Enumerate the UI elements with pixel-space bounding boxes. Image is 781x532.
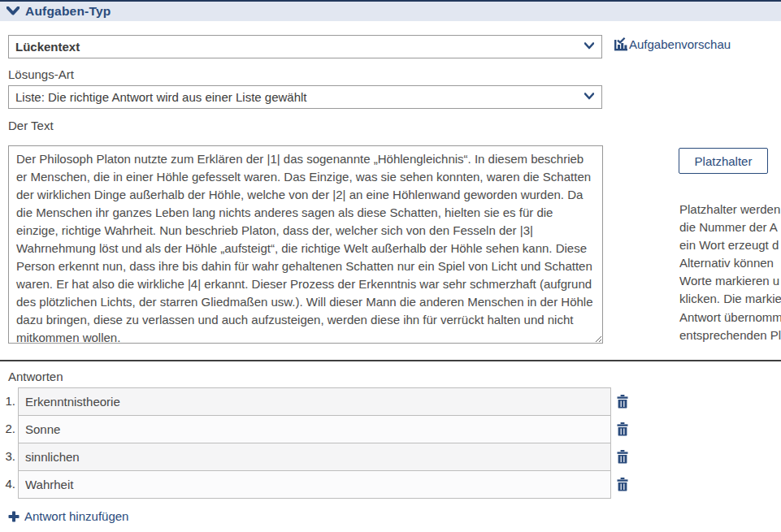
answer-input-4[interactable] xyxy=(18,470,611,499)
placeholder-description-line: entsprechenden Pl xyxy=(679,327,781,344)
add-answer-label: Antwort hinzufügen xyxy=(24,509,128,523)
solution-type-label: Lösungs-Art xyxy=(8,67,74,81)
placeholder-description-line: Worte markieren u xyxy=(679,272,781,290)
section-title: Aufgaben-Typ xyxy=(25,4,111,19)
answer-number: 2. xyxy=(0,422,15,435)
answer-input-1[interactable] xyxy=(18,387,611,416)
chart-check-icon xyxy=(614,37,628,51)
placeholder-description-line: die Nummer der A xyxy=(679,218,781,236)
task-type-panel: Aufgaben-Typ Lückentext Aufgabenvorschau… xyxy=(0,0,781,532)
text-section-label: Der Text xyxy=(8,119,54,132)
answer-number: 4. xyxy=(0,477,15,491)
section-header[interactable]: Aufgaben-Typ xyxy=(0,0,781,21)
placeholder-description-line: Alternativ können xyxy=(679,254,781,272)
answer-input-2[interactable] xyxy=(18,415,611,443)
placeholder-description-line: ein Wort erzeugt d xyxy=(679,236,781,254)
add-answer-link[interactable]: Antwort hinzufügen xyxy=(8,509,128,523)
placeholder-description-line: klicken. Die markie xyxy=(679,290,781,308)
placeholder-description-line: Antwort übernomm xyxy=(679,309,781,327)
placeholder-description-line: Platzhalter werden xyxy=(679,201,781,218)
chevron-down-icon[interactable] xyxy=(7,6,20,16)
answers-label: Antworten xyxy=(8,370,63,383)
answer-number: 3. xyxy=(0,449,15,463)
solution-type-select-wrap: Liste: Die richtige Antwort wird aus ein… xyxy=(8,85,602,109)
task-type-select[interactable]: Lückentext xyxy=(8,35,602,58)
task-preview-link[interactable]: Aufgabenvorschau xyxy=(614,37,731,51)
trash-icon[interactable] xyxy=(617,450,628,464)
trash-icon[interactable] xyxy=(617,422,628,436)
section-divider xyxy=(0,360,781,361)
answer-number: 1. xyxy=(0,394,15,408)
task-preview-label: Aufgabenvorschau xyxy=(629,37,731,51)
trash-icon[interactable] xyxy=(617,395,628,409)
trash-icon[interactable] xyxy=(617,478,628,491)
placeholder-button[interactable]: Platzhalter xyxy=(679,148,768,174)
task-type-select-wrap: Lückentext xyxy=(8,35,602,58)
gap-text-editor[interactable]: Der Philosoph Platon nutzte zum Erklären… xyxy=(8,145,603,344)
answer-input-3[interactable] xyxy=(18,443,611,471)
plus-icon xyxy=(8,511,20,522)
solution-type-select[interactable]: Liste: Die richtige Antwort wird aus ein… xyxy=(8,85,602,109)
placeholder-description: Platzhalter werden die Nummer der A ein … xyxy=(679,201,781,344)
